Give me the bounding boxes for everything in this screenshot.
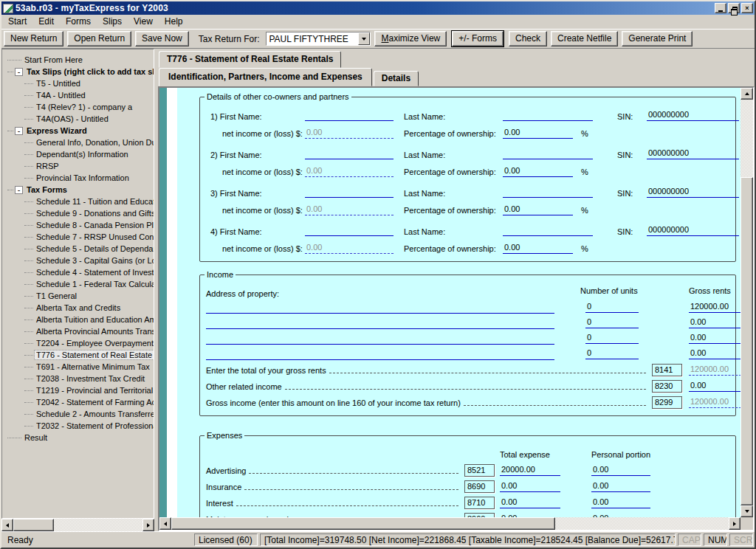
tree-item[interactable]: T2204 - Employee Overpayment of bbox=[5, 337, 154, 349]
sin-input[interactable]: 000000000 bbox=[647, 110, 739, 121]
tree-item-label[interactable]: Start From Here bbox=[23, 55, 84, 64]
tree-item[interactable]: Schedule 8 - Canada Pension Plan ( bbox=[5, 219, 154, 231]
tree-item-label[interactable]: T5 - Untitled bbox=[35, 79, 82, 88]
tree-item[interactable]: T691 - Alternative Minimum Tax bbox=[5, 361, 154, 373]
tree-item-label[interactable]: Alberta Provincial Amounts Transfe bbox=[35, 327, 154, 336]
tree-item-label[interactable]: Schedule 3 - Capital Gains (or Losse bbox=[35, 256, 154, 265]
scroll-right-button[interactable] bbox=[729, 517, 740, 530]
tree-item[interactable]: Provincial Tax Information bbox=[5, 172, 154, 184]
last-name-input[interactable] bbox=[503, 110, 593, 121]
taxpayer-combobox[interactable]: PAUL FIFTYTHREE bbox=[266, 32, 371, 46]
total-expense-input[interactable]: 0.00 bbox=[500, 514, 560, 517]
tree-item-label[interactable]: Schedule 4 - Statement of Investm bbox=[35, 268, 154, 277]
menu-item[interactable]: Start bbox=[2, 15, 32, 29]
tree-item-label[interactable]: T4A(OAS) - Untitled bbox=[35, 114, 110, 123]
tree-horizontal-scrollbar[interactable] bbox=[1, 519, 154, 531]
total-expense-input[interactable]: 0.00 bbox=[500, 497, 560, 508]
menu-item[interactable]: Forms bbox=[60, 15, 97, 29]
tree-item[interactable]: T4 (Relev? 1) - company a bbox=[5, 101, 154, 113]
first-name-input[interactable] bbox=[305, 148, 394, 159]
scrollbar-thumb[interactable] bbox=[171, 517, 555, 530]
tree-item-label[interactable]: Alberta Tax and Credits bbox=[35, 303, 122, 312]
gross-rent-input[interactable]: 0.00 bbox=[689, 317, 740, 328]
first-name-input[interactable] bbox=[305, 187, 394, 198]
create-netfile-button[interactable]: Create Netfile bbox=[551, 31, 618, 46]
last-name-input[interactable] bbox=[503, 187, 593, 198]
form-horizontal-scrollbar[interactable] bbox=[159, 517, 740, 530]
tree-item-label[interactable]: T2042 - Statement of Farming Activ bbox=[35, 398, 154, 407]
tree-item[interactable]: Schedule 1 - Federal Tax Calculatio bbox=[5, 278, 154, 290]
tree-item-label[interactable]: Provincial Tax Information bbox=[35, 173, 131, 182]
tree-item[interactable]: Alberta Tuition and Education Amou bbox=[5, 314, 154, 325]
new-return-button[interactable]: New Return bbox=[4, 31, 63, 46]
income-amount-field[interactable]: 120000.00 bbox=[689, 365, 740, 376]
scrollbar-thumb[interactable] bbox=[740, 177, 753, 505]
scrollbar-track[interactable] bbox=[740, 100, 753, 505]
first-name-input[interactable] bbox=[305, 110, 394, 121]
tree-item[interactable]: Dependant(s) Information bbox=[5, 148, 154, 160]
scrollbar-thumb[interactable] bbox=[13, 519, 54, 531]
sin-input[interactable]: 000000000 bbox=[647, 148, 739, 159]
tree-item-label[interactable]: Schedule 5 - Details of Dependant bbox=[35, 244, 154, 253]
menu-item[interactable]: Slips bbox=[97, 15, 128, 29]
tree-item[interactable]: T1219 - Provincial and Territorial Al bbox=[5, 384, 154, 396]
tree-item-label[interactable]: Result bbox=[23, 433, 49, 442]
tree-item-label[interactable]: T4 (Relev? 1) - company a bbox=[35, 103, 134, 111]
units-input[interactable]: 0 bbox=[585, 302, 639, 313]
tree-item-label[interactable]: T2038 - Investment Tax Credit bbox=[35, 374, 146, 383]
personal-portion-input[interactable]: 0.00 bbox=[591, 465, 650, 476]
tree-item-label[interactable]: T691 - Alternative Minimum Tax bbox=[35, 362, 151, 371]
tree-item[interactable]: Alberta Tax and Credits bbox=[5, 302, 154, 314]
last-name-input[interactable] bbox=[503, 148, 593, 159]
address-input[interactable] bbox=[206, 334, 554, 345]
tree-item-label[interactable]: T2204 - Employee Overpayment of bbox=[35, 339, 154, 348]
address-input[interactable] bbox=[206, 349, 554, 360]
ownership-input[interactable]: 0.00 bbox=[503, 166, 573, 177]
tree-item[interactable]: T1 General bbox=[5, 290, 154, 302]
address-input[interactable] bbox=[206, 318, 554, 329]
scroll-right-button[interactable] bbox=[142, 519, 154, 531]
tree-item[interactable]: T2032 - Statement of Professional bbox=[5, 420, 154, 432]
tree-item[interactable]: Schedule 9 - Donations and Gifts bbox=[5, 207, 154, 219]
menu-item[interactable]: Help bbox=[159, 15, 189, 29]
units-input[interactable]: 0 bbox=[585, 348, 639, 359]
tree-expand-icon[interactable]: - bbox=[15, 186, 23, 194]
tree-item[interactable]: Schedule 5 - Details of Dependant bbox=[5, 243, 154, 255]
tree-item[interactable]: Schedule 11 - Tuition and Education bbox=[5, 196, 154, 207]
gross-rent-input[interactable]: 0.00 bbox=[689, 348, 740, 359]
combobox-dropdown-button[interactable] bbox=[358, 32, 370, 45]
tab-details[interactable]: Details bbox=[374, 71, 419, 86]
tree-item[interactable]: T2038 - Investment Tax Credit bbox=[5, 373, 154, 384]
scroll-down-button[interactable] bbox=[740, 505, 753, 517]
tree-item[interactable]: General Info, Donation, Union Due bbox=[5, 137, 154, 148]
personal-portion-input[interactable]: 0.00 bbox=[591, 497, 650, 508]
income-amount-field[interactable]: 0.00 bbox=[689, 381, 740, 392]
tree-item[interactable]: - Tax Slips (right click to add tax sl bbox=[5, 66, 154, 77]
units-input[interactable]: 0 bbox=[585, 317, 639, 328]
tree-item[interactable]: Schedule 4 - Statement of Investm bbox=[5, 266, 154, 278]
tree-item-label[interactable]: T1 General bbox=[35, 291, 78, 300]
tree-item-label[interactable]: T776 - Statement of Real Estate Re bbox=[35, 351, 154, 359]
tree-item-label[interactable]: Dependant(s) Information bbox=[35, 150, 130, 159]
tree-expand-icon[interactable]: - bbox=[15, 127, 23, 135]
tree-item[interactable]: - Express Wizard bbox=[5, 125, 154, 137]
scrollbar-track[interactable] bbox=[555, 517, 729, 530]
personal-portion-input[interactable]: 0.00 bbox=[591, 514, 650, 517]
ownership-input[interactable]: 0.00 bbox=[503, 204, 573, 215]
tree-item-label[interactable]: Schedule 1 - Federal Tax Calculatio bbox=[35, 280, 154, 289]
tree-item[interactable]: T4A - Untitled bbox=[5, 89, 154, 101]
tree-item[interactable]: Schedule 3 - Capital Gains (or Losse bbox=[5, 255, 154, 266]
tree-item[interactable]: Alberta Provincial Amounts Transfe bbox=[5, 325, 154, 337]
form-vertical-scrollbar[interactable] bbox=[740, 88, 753, 517]
save-now-button[interactable]: Save Now bbox=[135, 31, 189, 46]
minimize-button[interactable] bbox=[715, 3, 726, 13]
maximize-view-button[interactable]: Maximize View bbox=[374, 31, 447, 46]
menu-item[interactable]: View bbox=[128, 15, 159, 29]
scroll-left-button[interactable] bbox=[1, 519, 13, 531]
tree-expand-icon[interactable]: - bbox=[15, 68, 23, 76]
restore-button[interactable] bbox=[728, 3, 740, 13]
tree-item[interactable]: T4A(OAS) - Untitled bbox=[5, 113, 154, 125]
tab-identification-partners[interactable]: Identification, Partners, Income and Exp… bbox=[159, 68, 372, 86]
tree-item-label[interactable]: Schedule 11 - Tuition and Education bbox=[35, 197, 154, 206]
tree-item-label[interactable]: RRSP bbox=[35, 162, 61, 170]
